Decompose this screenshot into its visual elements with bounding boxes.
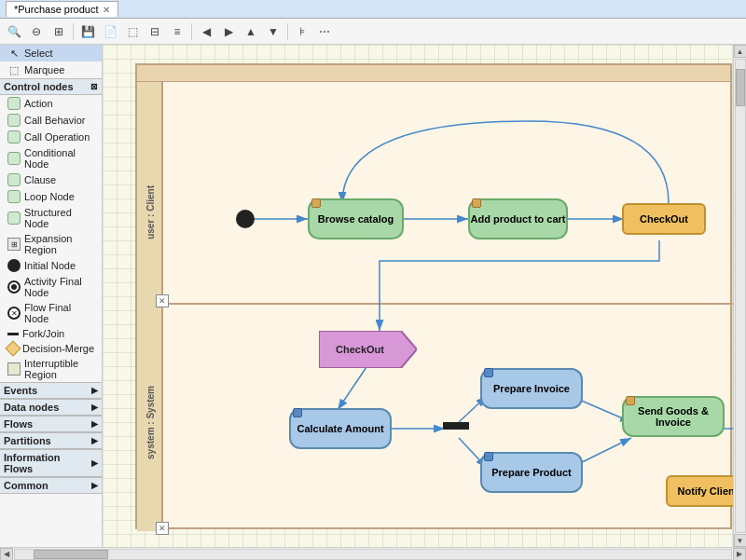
- item-structured-node[interactable]: Structured Node: [0, 205, 102, 231]
- node-checkout-accept[interactable]: CheckOut: [319, 331, 417, 368]
- system-lane-label: system : System: [137, 324, 163, 520]
- item-conditional-node[interactable]: Conditional Node: [0, 145, 102, 171]
- diagram-container: user : Client system : System ✕ ✕: [121, 54, 733, 547]
- right-button[interactable]: ▶: [218, 21, 239, 42]
- user-lane-label: user : Client: [137, 110, 163, 315]
- tool-marquee[interactable]: ⬚ Marquee: [0, 61, 102, 78]
- addcart-pin: [472, 198, 481, 208]
- item-loop-node[interactable]: Loop Node: [0, 188, 102, 205]
- call-operation-icon: [7, 130, 21, 143]
- title-tab[interactable]: *Purchase product ✕: [6, 1, 118, 17]
- lane-divider: [163, 303, 733, 305]
- toolbar-sep-3: [287, 23, 288, 40]
- info-collapse-icon: ▶: [91, 458, 98, 468]
- decision-icon: [6, 341, 21, 357]
- toolbar-sep-1: [73, 23, 74, 40]
- item-call-behavior[interactable]: Call Behavior: [0, 112, 102, 129]
- save-button[interactable]: 💾: [77, 21, 98, 42]
- item-decision-merge[interactable]: Decision-Merge: [0, 341, 102, 356]
- item-call-operation[interactable]: Call Operation: [0, 129, 102, 145]
- item-flow-final[interactable]: ✕ Flow Final Node: [0, 300, 102, 326]
- zoom-out-button[interactable]: ⊖: [26, 21, 47, 42]
- item-fork-join[interactable]: Fork/Join: [0, 326, 102, 341]
- node-prepare-product[interactable]: Prepare Product: [480, 452, 583, 493]
- prod-pin: [484, 452, 493, 461]
- zoom-in-button[interactable]: 🔍: [4, 21, 24, 42]
- bottom-scrollbar: ◀ ▶: [0, 547, 746, 560]
- calc-pin: [293, 408, 302, 417]
- node-checkout-decision[interactable]: CheckOut: [622, 203, 706, 235]
- down-button[interactable]: ▼: [263, 21, 283, 42]
- scroll-track-v[interactable]: [735, 59, 746, 533]
- node-browse-catalog[interactable]: Browse catalog: [308, 198, 404, 239]
- item-action[interactable]: Action: [0, 95, 102, 112]
- left-button[interactable]: ◀: [196, 21, 216, 42]
- scroll-up-btn[interactable]: ▲: [734, 45, 747, 58]
- node-calculate-amount[interactable]: Calculate Amount: [289, 408, 392, 449]
- initial-node-icon: [7, 259, 21, 272]
- export-button[interactable]: 📄: [100, 21, 120, 42]
- layout-button[interactable]: ≡: [167, 21, 187, 42]
- fork-join-icon: [7, 333, 19, 335]
- scroll-down-btn[interactable]: ▼: [734, 534, 747, 547]
- section-events[interactable]: Events ▶: [0, 382, 102, 399]
- more-button[interactable]: ⋯: [314, 21, 335, 42]
- tool-select[interactable]: ↖ Select: [0, 45, 102, 61]
- section-common[interactable]: Common ▶: [0, 477, 102, 494]
- grid-button[interactable]: ⊟: [145, 21, 165, 42]
- item-interruptible[interactable]: Interruptible Region: [0, 356, 102, 382]
- scroll-left-btn[interactable]: ◀: [0, 548, 13, 561]
- svg-text:CheckOut: CheckOut: [336, 344, 384, 355]
- select-icon: ↖: [7, 47, 21, 60]
- copy-button[interactable]: ⬚: [122, 21, 143, 42]
- item-final-node[interactable]: Activity Final Node: [0, 274, 102, 300]
- browse-pin: [311, 198, 321, 208]
- align-button[interactable]: ⊧: [292, 21, 312, 42]
- marquee-icon: ⬚: [7, 63, 21, 76]
- action-icon: [7, 97, 21, 110]
- section-partitions[interactable]: Partitions ▶: [0, 432, 102, 449]
- section-control-nodes[interactable]: Control nodes ⊠: [0, 78, 102, 95]
- close-icon[interactable]: ✕: [103, 5, 110, 15]
- section-data-nodes[interactable]: Data nodes ▶: [0, 399, 102, 416]
- node-notify-client[interactable]: Notify Client: [666, 475, 733, 507]
- initial-node: [236, 210, 255, 228]
- section-flows[interactable]: Flows ▶: [0, 416, 102, 432]
- scroll-right-btn[interactable]: ▶: [733, 548, 746, 561]
- inv-pin: [484, 368, 493, 377]
- swim-lane-header: [137, 65, 730, 82]
- node-prepare-invoice[interactable]: Prepare Invoice: [480, 368, 583, 409]
- item-initial-node[interactable]: Initial Node: [0, 257, 102, 274]
- fork-bar: [443, 422, 469, 430]
- item-expansion-region[interactable]: ⊞ Expansion Region: [0, 231, 102, 257]
- node-add-product[interactable]: Add product to cart: [468, 198, 568, 239]
- flow-final-icon: ✕: [7, 307, 21, 320]
- partitions-collapse-icon: ▶: [91, 436, 98, 445]
- section-info-flows[interactable]: Information Flows ▶: [0, 449, 102, 477]
- final-node-icon: [7, 280, 21, 294]
- scroll-thumb-h[interactable]: [34, 550, 108, 559]
- swim-lane: user : Client system : System ✕ ✕: [135, 63, 732, 529]
- fit-button[interactable]: ⊞: [48, 21, 69, 42]
- toolbar: 🔍 ⊖ ⊞ 💾 📄 ⬚ ⊟ ≡ ◀ ▶ ▲ ▼ ⊧ ⋯: [0, 19, 746, 45]
- events-collapse-icon: ▶: [91, 386, 98, 395]
- conditional-icon: [7, 152, 21, 165]
- item-clause[interactable]: Clause: [0, 171, 102, 188]
- node-send-goods[interactable]: Send Goods & Invoice: [622, 396, 725, 437]
- loop-icon: [7, 190, 21, 203]
- canvas-area[interactable]: user : Client system : System ✕ ✕: [103, 45, 733, 547]
- tab-label: *Purchase product: [14, 4, 99, 15]
- data-collapse-icon: ▶: [91, 403, 98, 412]
- scroll-track-h[interactable]: [14, 549, 732, 560]
- interruptible-icon: [7, 362, 21, 376]
- main-layout: ↖ Select ⬚ Marquee Control nodes ⊠ Actio…: [0, 45, 746, 547]
- scroll-thumb-v[interactable]: [736, 69, 745, 106]
- up-button[interactable]: ▲: [241, 21, 261, 42]
- right-scrollbar: ▲ ▼: [733, 45, 746, 547]
- send-pin: [626, 396, 635, 405]
- flows-collapse-icon: ▶: [91, 419, 98, 429]
- toolbar-sep-2: [191, 23, 192, 40]
- expansion-icon: ⊞: [7, 238, 21, 251]
- structured-icon: [7, 212, 21, 225]
- call-behavior-icon: [7, 114, 21, 127]
